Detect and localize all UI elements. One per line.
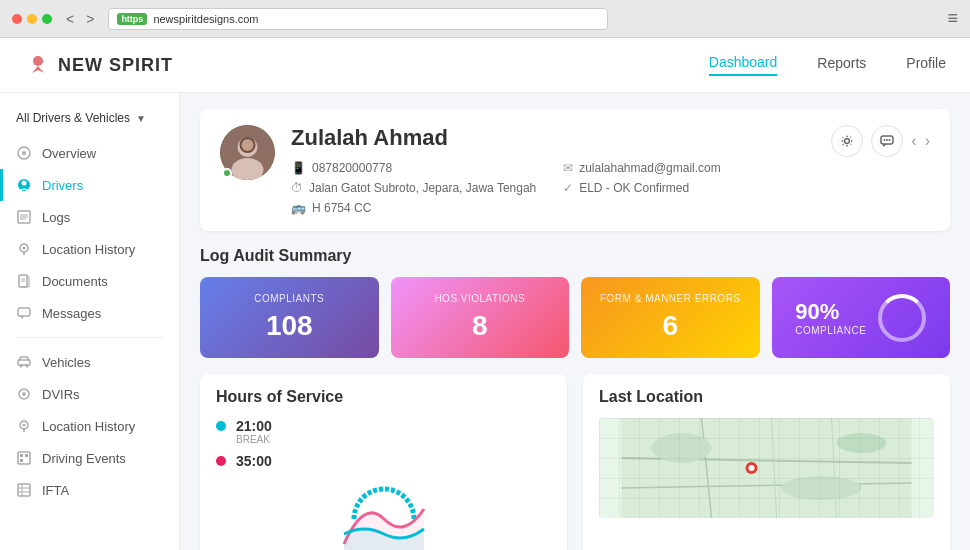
prev-arrow[interactable]: ‹ [911,132,916,150]
https-badge: https [117,13,147,25]
location-section: Last Location [583,374,950,550]
map-grid [599,418,934,518]
svg-point-0 [33,56,43,66]
maximize-dot[interactable] [42,14,52,24]
drivers-icon [16,177,32,193]
svg-point-42 [889,139,891,141]
dvirs-icon [16,386,32,402]
sidebar-item-location-history-2[interactable]: Location History [0,410,179,442]
location-history-icon [16,241,32,257]
sidebar-label-drivers: Drivers [42,178,83,193]
svg-point-17 [20,365,23,368]
sidebar-header[interactable]: All Drivers & Vehicles ▼ [0,105,179,137]
compliance-pct: 90% [795,299,866,325]
svg-point-38 [845,139,850,144]
audit-card-compliants: COMPLIANTS 108 [200,277,379,358]
sidebar-label-ifta: IFTA [42,483,69,498]
driver-header: Zulalah Ahmad 📱 087820000778 ✉ zulalahah… [200,109,950,231]
browser-chrome: < > https newspiritdesigns.com ≡ [0,0,970,38]
sidebar-header-arrow: ▼ [136,113,146,124]
sidebar-label-overview: Overview [42,146,96,161]
sidebar-item-logs[interactable]: Logs [0,201,179,233]
sidebar-label-driving-events: Driving Events [42,451,126,466]
driver-name: Zulalah Ahmad [291,125,815,151]
driver-actions: ‹ › [831,125,930,157]
overview-icon [16,145,32,161]
top-nav: NEW SPIRIT Dashboard Reports Profile [0,38,970,93]
svg-point-37 [242,139,254,151]
form-value: 6 [662,310,678,342]
driver-info: Zulalah Ahmad 📱 087820000778 ✉ zulalahah… [291,125,815,215]
sidebar-divider [16,337,163,338]
compliance-info: 90% COMPLIANCE [795,299,866,336]
vehicles-icon [16,354,32,370]
logo-text: NEW SPIRIT [58,55,173,76]
chat-icon [880,134,894,148]
sidebar-label-vehicles: Vehicles [42,355,90,370]
forward-button[interactable]: > [82,9,98,29]
message-button[interactable] [871,125,903,157]
hours-title: Hours of Service [216,388,551,406]
svg-point-18 [26,365,29,368]
svg-point-23 [23,424,26,427]
break-value: 21:00 [236,418,272,434]
compliants-label: COMPLIANTS [254,293,324,304]
sidebar-item-ifta[interactable]: IFTA [0,474,179,506]
close-dot[interactable] [12,14,22,24]
sidebar-item-messages[interactable]: Messages [0,297,179,329]
bottom-section: Hours of Service 21:00 BREAK 35:00 [200,374,950,550]
svg-point-40 [884,139,886,141]
sidebar-item-driving-events[interactable]: Driving Events [0,442,179,474]
svg-point-41 [886,139,888,141]
svg-rect-28 [20,459,23,462]
sidebar-item-overview[interactable]: Overview [0,137,179,169]
minimize-dot[interactable] [27,14,37,24]
drive-dot [216,456,226,466]
phone-value: 087820000778 [312,161,392,175]
nav-link-dashboard[interactable]: Dashboard [709,54,778,76]
sidebar-header-text: All Drivers & Vehicles [16,111,130,125]
phone-icon: 📱 [291,161,306,175]
email-value: zulalahahmad@gmail.com [579,161,721,175]
hos-label: HOS VIOLATIONS [434,293,525,304]
address-value: Jalan Gatot Subroto, Jepara, Jawa Tengah [309,181,536,195]
audit-cards: COMPLIANTS 108 HOS VIOLATIONS 8 FORM & M… [200,277,950,358]
next-arrow[interactable]: › [925,132,930,150]
hos-value: 8 [472,310,488,342]
sidebar-label-documents: Documents [42,274,108,289]
sidebar-item-location-history[interactable]: Location History [0,233,179,265]
compliance-circle [878,294,926,342]
logo-icon [24,51,52,79]
chart-area [216,479,551,550]
svg-rect-29 [18,484,30,496]
sidebar-label-location-history-2: Location History [42,419,135,434]
svg-rect-27 [25,454,28,457]
audit-card-compliance: 90% COMPLIANCE [772,277,951,358]
back-button[interactable]: < [62,9,78,29]
browser-nav: < > [62,9,98,29]
url-text: newspiritdesigns.com [153,13,258,25]
online-status-dot [222,168,232,178]
svg-rect-26 [20,454,23,457]
settings-button[interactable] [831,125,863,157]
sidebar-label-messages: Messages [42,306,101,321]
sidebar-item-drivers[interactable]: Drivers [0,169,179,201]
sidebar-item-vehicles[interactable]: Vehicles [0,346,179,378]
driver-avatar-wrap [220,125,275,180]
sidebar-item-dvirs[interactable]: DVIRs [0,378,179,410]
nav-link-reports[interactable]: Reports [817,55,866,75]
messages-icon [16,305,32,321]
browser-dots [12,14,52,24]
sidebar-item-documents[interactable]: Documents [0,265,179,297]
hours-section: Hours of Service 21:00 BREAK 35:00 [200,374,567,550]
sidebar: All Drivers & Vehicles ▼ Overview Driver… [0,93,180,550]
detail-address: ⏱ Jalan Gatot Subroto, Jepara, Jawa Teng… [291,181,543,195]
email-icon: ✉ [563,161,573,175]
svg-rect-16 [18,360,30,365]
hours-entry-break: 21:00 BREAK [216,418,551,445]
audit-card-hos: HOS VIOLATIONS 8 [391,277,570,358]
menu-icon[interactable]: ≡ [947,8,958,29]
url-bar[interactable]: https newspiritdesigns.com [108,8,608,30]
main-layout: All Drivers & Vehicles ▼ Overview Driver… [0,93,970,550]
nav-link-profile[interactable]: Profile [906,55,946,75]
